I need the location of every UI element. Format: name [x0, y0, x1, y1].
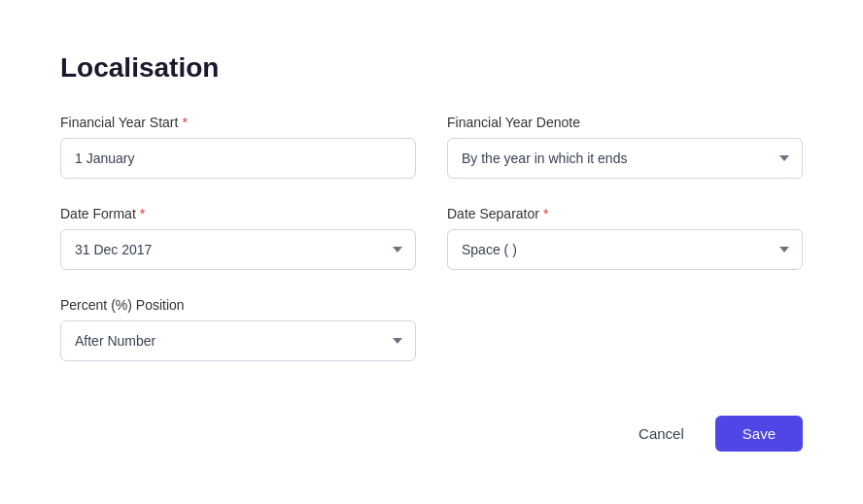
percent-position-group: Percent (%) Position After Number Before…: [60, 297, 416, 361]
percent-position-select[interactable]: After Number Before Number: [60, 320, 416, 361]
percent-position-label: Percent (%) Position: [60, 297, 416, 313]
date-format-select[interactable]: 31 Dec 2017 Dec 31, 2017 12/31/2017 31/1…: [60, 229, 416, 270]
localisation-dialog: Localisation Financial Year Start * Fina…: [14, 14, 849, 490]
date-separator-wrapper: Space ( ) Slash (/) Dash (-) Dot (.): [447, 229, 803, 270]
form-row-1: Financial Year Start * Financial Year De…: [60, 115, 803, 179]
date-separator-select[interactable]: Space ( ) Slash (/) Dash (-) Dot (.): [447, 229, 803, 270]
date-separator-group: Date Separator * Space ( ) Slash (/) Das…: [447, 206, 803, 270]
cancel-button[interactable]: Cancel: [619, 416, 704, 452]
date-format-group: Date Format * 31 Dec 2017 Dec 31, 2017 1…: [60, 206, 416, 270]
financial-year-start-group: Financial Year Start *: [60, 115, 416, 179]
form-row-3: Percent (%) Position After Number Before…: [60, 297, 803, 361]
percent-position-wrapper: After Number Before Number: [60, 320, 416, 361]
spacer: [447, 297, 803, 361]
financial-year-start-input[interactable]: [60, 138, 416, 179]
required-indicator-2: *: [140, 206, 145, 221]
date-separator-label: Date Separator *: [447, 206, 803, 221]
dialog-footer: Cancel Save: [60, 400, 803, 452]
financial-year-denote-select[interactable]: By the year in which it ends By the year…: [447, 138, 803, 179]
financial-year-denote-group: Financial Year Denote By the year in whi…: [447, 115, 803, 179]
save-button[interactable]: Save: [715, 416, 803, 452]
financial-year-start-label: Financial Year Start *: [60, 115, 416, 130]
date-format-wrapper: 31 Dec 2017 Dec 31, 2017 12/31/2017 31/1…: [60, 229, 416, 270]
financial-year-denote-wrapper: By the year in which it ends By the year…: [447, 138, 803, 179]
dialog-title: Localisation: [60, 52, 803, 84]
form-row-2: Date Format * 31 Dec 2017 Dec 31, 2017 1…: [60, 206, 803, 270]
required-indicator: *: [182, 115, 187, 130]
financial-year-denote-label: Financial Year Denote: [447, 115, 803, 130]
date-format-label: Date Format *: [60, 206, 416, 221]
required-indicator-3: *: [543, 206, 548, 221]
